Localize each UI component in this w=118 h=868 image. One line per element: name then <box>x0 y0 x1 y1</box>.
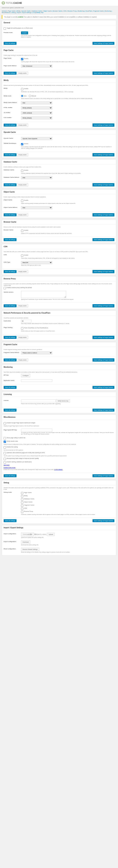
debug-varnish-checkbox[interactable] <box>21 511 23 513</box>
verify-license-button[interactable]: Verify license key <box>56 399 70 403</box>
save-purge-button[interactable]: Save Settings & Purge Caches <box>92 213 114 216</box>
debug-cdn-checkbox[interactable] <box>21 507 23 510</box>
save-all-button[interactable]: Save all settings <box>4 474 17 477</box>
save-all-button[interactable]: Save all settings <box>4 153 17 156</box>
save-all-button[interactable]: Save all settings <box>4 270 17 273</box>
browser-header: Browser Cache <box>2 220 116 224</box>
empty-cache-button[interactable]: Empty cache <box>17 270 28 273</box>
save-purge-button[interactable]: Save Settings & Purge Caches <box>92 71 114 75</box>
database-cache-checkbox[interactable] <box>21 169 23 172</box>
varnish-servers-textarea[interactable] <box>21 291 66 298</box>
file-locking-checkbox[interactable] <box>4 446 6 448</box>
object-method-select[interactable]: Disk <box>21 206 52 209</box>
varnish-checkbox[interactable] <box>4 287 6 289</box>
anon-track-checkbox[interactable] <box>4 458 6 460</box>
misc-header: Miscellaneous <box>2 415 116 420</box>
debug-db-checkbox[interactable] <box>21 498 23 500</box>
save-all-button[interactable]: Save all settings <box>4 386 17 389</box>
nav-links[interactable]: General | Page Cache | Minify | Opcode C… <box>0 9 118 14</box>
cache-stats-checkbox[interactable] <box>4 461 6 464</box>
file-select-button[interactable]: ファイルを選択 <box>21 533 34 536</box>
page-cache-method-label: Page Cache Method: <box>4 65 21 66</box>
edge-mode-link[interactable]: Enable Edge mode <box>4 467 16 468</box>
license-input[interactable] <box>21 400 56 402</box>
gps-key-input[interactable] <box>21 429 52 431</box>
configure-button[interactable]: Configure <box>21 374 30 377</box>
save-purge-button[interactable]: Save Settings & Purge Caches <box>92 409 114 412</box>
save-all-button[interactable]: Save all settings <box>4 519 17 522</box>
restore-defaults-button[interactable]: Restore Default Settings <box>21 548 39 551</box>
js-minifier-select[interactable]: JSMin (default) <box>21 112 52 115</box>
empty-cache-button[interactable]: Empty cache <box>17 123 28 127</box>
save-all-button[interactable]: Save all settings <box>4 213 17 216</box>
save-all-button[interactable]: Save all settings <box>4 183 17 186</box>
save-purge-button[interactable]: Save Settings & Purge Caches <box>92 123 114 127</box>
fragment-method-label: Fragment Cache Method: <box>4 351 21 353</box>
save-all-button[interactable]: Save all settings <box>4 409 17 412</box>
empty-cache-button[interactable]: Empty cache <box>17 213 28 216</box>
opcode-cache-select[interactable]: Opcode: Zend Opcache <box>21 137 52 140</box>
download-button[interactable]: Download <box>21 540 30 544</box>
save-purge-button[interactable]: Save Settings & Purge Caches <box>92 519 114 522</box>
cf-flush-checkbox[interactable] <box>21 327 23 330</box>
empty-cache-button[interactable]: Empty cache <box>17 71 28 75</box>
save-all-button[interactable]: Save all settings <box>4 124 17 127</box>
save-all-button[interactable]: Save all settings <box>4 238 17 241</box>
fragment-method-select[interactable]: Please select a method <box>21 351 52 354</box>
save-purge-button[interactable]: Save Settings & Purge Caches <box>92 42 114 45</box>
html-minifier-select[interactable]: Minify (default) <box>21 106 52 110</box>
save-all-button[interactable]: Save all settings <box>4 42 17 45</box>
save-purge-button[interactable]: Save Settings & Purge Caches <box>92 304 114 307</box>
section-opcode: Opcode Cache Opcode Cache: Opcode: Zend … <box>2 130 116 158</box>
debug-page-checkbox[interactable] <box>21 492 23 494</box>
debug-object-checkbox[interactable] <box>21 501 23 504</box>
save-all-button[interactable]: Save all settings <box>4 72 17 75</box>
browser-cache-checkbox[interactable] <box>21 230 23 232</box>
save-purge-button[interactable]: Save Settings & Purge Caches <box>92 183 114 186</box>
empty-cache-button[interactable]: Empty cache <box>17 153 28 156</box>
save-all-button[interactable]: Save all settings <box>4 359 17 362</box>
gps-widget-checkbox[interactable] <box>4 422 6 425</box>
object-cache-checkbox[interactable] <box>21 199 23 202</box>
cache-time-input[interactable] <box>21 320 31 322</box>
save-purge-button[interactable]: Save Settings & Purge Caches <box>92 474 114 477</box>
cdn-type-select[interactable]: MaxCDN <box>21 261 52 264</box>
debug-minify-checkbox[interactable] <box>21 495 23 497</box>
cache-stats-link[interactable]: see more <box>4 464 9 466</box>
page-cache-checkbox[interactable] <box>21 58 23 60</box>
preview-label: Preview mode: <box>4 31 21 33</box>
toggle-all-checkbox[interactable] <box>4 27 6 30</box>
admin-bar-checkbox[interactable] <box>4 437 6 439</box>
empty-cache-button[interactable]: Empty cache <box>17 304 28 307</box>
optimize-disk-checkbox[interactable] <box>4 452 6 454</box>
status-message: The plugin is currently enabled. If an o… <box>2 15 116 19</box>
css-minifier-select[interactable]: Minify (default) <box>21 117 52 119</box>
minify-mode-manual-radio[interactable] <box>29 95 31 97</box>
edge-mode-release-link[interactable]: (in this release) <box>54 469 63 470</box>
page-cache-method-select[interactable]: Disk: Enhanced <box>21 65 52 67</box>
debug-fragment-checkbox[interactable] <box>21 504 23 507</box>
app-name-input[interactable] <box>21 379 52 382</box>
save-purge-button[interactable]: Save Settings & Purge Caches <box>92 336 114 339</box>
upload-button[interactable]: Upload <box>47 533 55 536</box>
save-purge-button[interactable]: Save Settings & Purge Caches <box>92 386 114 389</box>
save-all-button[interactable]: Save all settings <box>4 336 17 339</box>
save-purge-button[interactable]: Save Settings & Purge Caches <box>92 153 114 156</box>
save-purge-button[interactable]: Save Settings & Purge Caches <box>92 358 114 362</box>
empty-cache-button[interactable]: Empty cache <box>17 358 28 362</box>
save-purge-button[interactable]: Save Settings & Purge Caches <box>92 238 114 241</box>
minify-cache-method-select[interactable]: Disk <box>21 101 52 104</box>
object-method-label: Object Cache Method: <box>4 206 21 208</box>
cdn-checkbox[interactable] <box>21 254 23 257</box>
minify-mode-auto-radio[interactable] <box>21 95 23 97</box>
preview-enable-button[interactable]: Enable <box>21 31 28 34</box>
section-misc: Miscellaneous Enable Google Page Speed d… <box>2 414 116 479</box>
save-purge-button[interactable]: Save Settings & Purge Caches <box>92 270 114 273</box>
empty-cache-button[interactable]: Empty cache <box>17 336 28 339</box>
minify-checkbox[interactable] <box>21 88 23 90</box>
validate-timestamps-checkbox[interactable] <box>21 143 23 145</box>
empty-cache-button[interactable]: Empty cache <box>17 183 28 186</box>
save-all-button[interactable]: Save all settings <box>4 304 17 307</box>
verify-rewrite-checkbox[interactable] <box>4 441 6 443</box>
database-method-select[interactable]: Disk <box>21 176 52 179</box>
